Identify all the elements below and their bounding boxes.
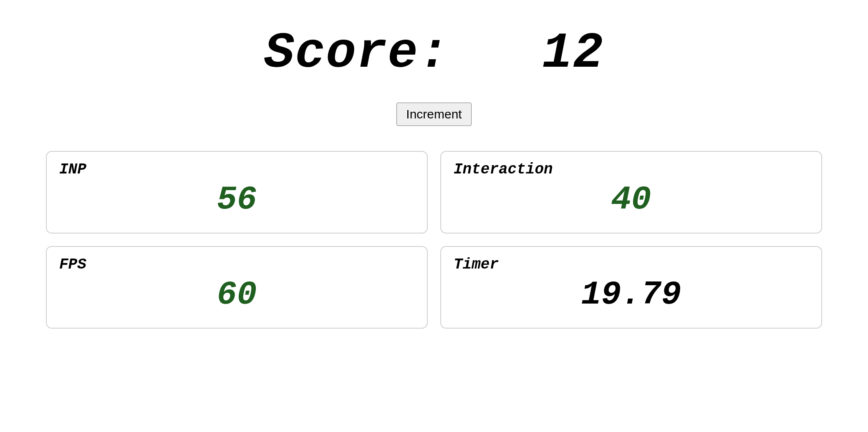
fps-label: FPS: [59, 256, 414, 273]
interaction-panel: Interaction 40: [440, 151, 822, 234]
metrics-panels: INP 56 Interaction 40 FPS 60 Timer 19.79: [33, 151, 835, 329]
timer-label: Timer: [454, 256, 809, 273]
interaction-value: 40: [454, 181, 809, 219]
score-title: Score: 12: [33, 25, 835, 82]
increment-button[interactable]: Increment: [396, 103, 471, 126]
inp-panel: INP 56: [46, 151, 428, 234]
fps-value: 60: [59, 276, 414, 314]
fps-panel: FPS 60: [46, 246, 428, 329]
timer-panel: Timer 19.79: [440, 246, 822, 329]
interaction-label: Interaction: [454, 161, 809, 178]
score-label: Score:: [264, 25, 449, 82]
score-value: 12: [542, 25, 604, 82]
timer-value: 19.79: [454, 276, 809, 314]
button-row: Increment: [33, 103, 835, 126]
inp-value: 56: [59, 181, 414, 219]
inp-label: INP: [59, 161, 414, 178]
